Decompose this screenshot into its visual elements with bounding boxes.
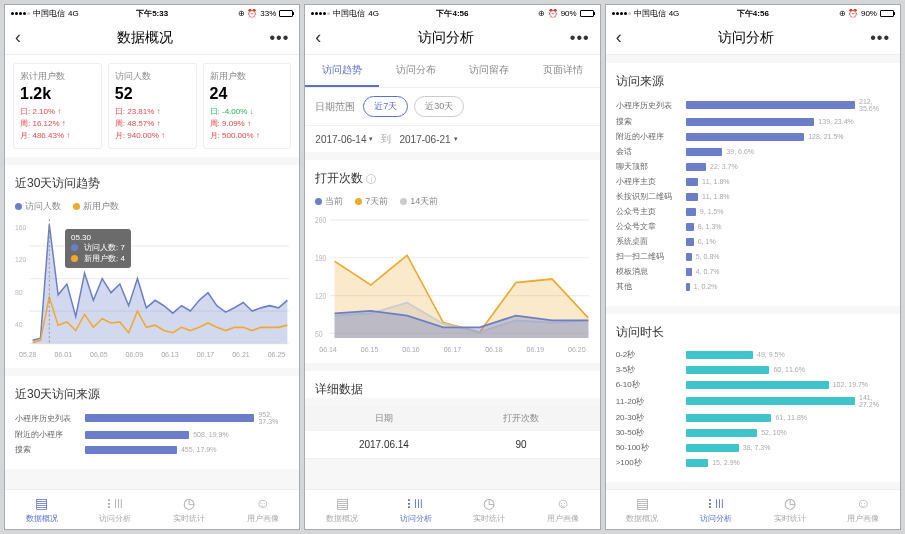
- stat-card[interactable]: 累计用户数1.2k日: 2.10% ↑周: 16.12% ↑月: 486.43%…: [13, 63, 102, 149]
- subtab-访问留存[interactable]: 访问留存: [452, 55, 526, 87]
- page-title: 访问分析: [622, 29, 871, 47]
- date-to: 2017-06-21 ▾: [399, 134, 457, 145]
- tab-icon: ◷: [183, 495, 195, 511]
- trend-chart[interactable]: 1601208040 05.30 访问人数: 7 新用户数: 4: [15, 219, 289, 349]
- tab-数据概况[interactable]: ▤数据概况: [5, 490, 79, 529]
- tab-用户画像[interactable]: ☺用户画像: [526, 490, 600, 529]
- subtab-页面详情[interactable]: 页面详情: [526, 55, 600, 87]
- more-icon[interactable]: •••: [870, 29, 890, 47]
- bar-row: 其他1, 0.2%: [616, 281, 890, 292]
- table-row[interactable]: 2017.06.1490: [305, 431, 599, 459]
- status-bar: 中国电信4G 下午5:33 ⊕ ⏰33%: [5, 5, 299, 21]
- svg-text:80: 80: [15, 287, 23, 296]
- bar-row: 20-30秒61, 11.8%: [616, 412, 890, 423]
- svg-text:50: 50: [315, 329, 323, 339]
- chart-tooltip: 05.30 访问人数: 7 新用户数: 4: [65, 229, 131, 268]
- tab-icon: ☺: [856, 495, 870, 511]
- date-range-row: 日期范围 近7天近30天: [305, 88, 599, 126]
- info-icon[interactable]: i: [366, 174, 376, 184]
- bar-row: 50-100秒38, 7.3%: [616, 442, 890, 453]
- tab-icon: ☺: [255, 495, 269, 511]
- tab-访问分析[interactable]: ⫶⫴访问分析: [79, 490, 153, 529]
- bar-row: 公众号主页9, 1.5%: [616, 206, 890, 217]
- more-icon[interactable]: •••: [570, 29, 590, 47]
- tab-用户画像[interactable]: ☺用户画像: [826, 490, 900, 529]
- tab-实时统计[interactable]: ◷实时统计: [753, 490, 827, 529]
- tab-实时统计[interactable]: ◷实时统计: [452, 490, 526, 529]
- bar-row: 30-50秒52, 10%: [616, 427, 890, 438]
- stat-cards: 累计用户数1.2k日: 2.10% ↑周: 16.12% ↑月: 486.43%…: [5, 55, 299, 157]
- tab-icon: ◷: [784, 495, 796, 511]
- bar-row: 模板消息4, 0.7%: [616, 266, 890, 277]
- nav-bar: ‹ 数据概况 •••: [5, 21, 299, 55]
- page-title: 访问分析: [321, 29, 570, 47]
- bar-row: 小程序主页11, 1.8%: [616, 176, 890, 187]
- bar-row: 搜索455, 17.9%: [15, 444, 289, 455]
- bar-row: 小程序历史列表212, 35.6%: [616, 98, 890, 112]
- screen-analysis-source: 中国电信4G 下午4:56 ⊕ ⏰90% ‹ 访问分析 ••• 访问来源 小程序…: [605, 4, 901, 530]
- tab-数据概况[interactable]: ▤数据概况: [305, 490, 379, 529]
- range-pill[interactable]: 近30天: [414, 96, 464, 117]
- tab-数据概况[interactable]: ▤数据概况: [606, 490, 680, 529]
- tab-icon: ⫶⫴: [405, 495, 426, 511]
- tab-用户画像[interactable]: ☺用户画像: [226, 490, 300, 529]
- open-count-section: 打开次数i 当前7天前14天前 26019012050 06.1406.1506…: [305, 160, 599, 363]
- tab-icon: ⫶⫴: [105, 495, 126, 511]
- tab-访问分析[interactable]: ⫶⫴访问分析: [679, 490, 753, 529]
- bar-row: 0-2秒49, 9.5%: [616, 349, 890, 360]
- bar-row: 系统桌面6, 1%: [616, 236, 890, 247]
- trend-section: 近30天访问趋势 访问人数新用户数 1601208040 05.30 访问人数:…: [5, 165, 299, 368]
- bar-row: >100秒15, 2.9%: [616, 457, 890, 468]
- tab-icon: ▤: [35, 495, 48, 511]
- sub-tabs: 访问趋势访问分布访问留存页面详情: [305, 55, 599, 88]
- bar-row: 3-5秒60, 11.6%: [616, 364, 890, 375]
- more-icon[interactable]: •••: [270, 29, 290, 47]
- table-header: 日期打开次数: [305, 406, 599, 431]
- bar-row: 6-10秒102, 19.7%: [616, 379, 890, 390]
- tab-icon: ▤: [336, 495, 349, 511]
- tab-bar: ▤数据概况⫶⫴访问分析◷实时统计☺用户画像: [606, 489, 900, 529]
- tab-bar: ▤数据概况⫶⫴访问分析◷实时统计☺用户画像: [5, 489, 299, 529]
- svg-text:190: 190: [315, 254, 326, 264]
- date-from: 2017-06-14 ▾: [315, 134, 373, 145]
- bar-row: 附近的小程序508, 19.9%: [15, 429, 289, 440]
- svg-text:260: 260: [315, 216, 326, 226]
- stat-card[interactable]: 访问人数52日: 23.81% ↑周: 48.57% ↑月: 940.00% ↑: [108, 63, 197, 149]
- bar-row: 长按识别二维码11, 1.8%: [616, 191, 890, 202]
- svg-text:120: 120: [15, 255, 26, 264]
- source-section: 近30天访问来源 小程序历史列表952, 37.3%附近的小程序508, 19.…: [5, 376, 299, 469]
- status-bar: 中国电信4G 下午4:56 ⊕ ⏰90%: [606, 5, 900, 21]
- legend-item: 访问人数: [15, 200, 61, 213]
- subtab-访问分布[interactable]: 访问分布: [379, 55, 453, 87]
- bar-row: 小程序历史列表952, 37.3%: [15, 411, 289, 425]
- bar-row: 扫一扫二维码5, 0.8%: [616, 251, 890, 262]
- svg-text:160: 160: [15, 222, 26, 231]
- range-pill[interactable]: 近7天: [363, 96, 408, 117]
- svg-text:120: 120: [315, 291, 326, 301]
- tab-实时统计[interactable]: ◷实时统计: [152, 490, 226, 529]
- bar-row: 会话39, 6.6%: [616, 146, 890, 157]
- bar-row: 搜索139, 23.4%: [616, 116, 890, 127]
- subtab-访问趋势[interactable]: 访问趋势: [305, 55, 379, 87]
- page-title: 数据概况: [21, 29, 270, 47]
- tab-icon: ☺: [556, 495, 570, 511]
- bar-row: 附近的小程序128, 21.5%: [616, 131, 890, 142]
- tab-访问分析[interactable]: ⫶⫴访问分析: [379, 490, 453, 529]
- open-chart[interactable]: 26019012050: [315, 214, 589, 344]
- bar-row: 11-20秒141, 27.2%: [616, 394, 890, 408]
- svg-text:40: 40: [15, 320, 23, 329]
- tab-icon: ▤: [636, 495, 649, 511]
- tab-bar: ▤数据概况⫶⫴访问分析◷实时统计☺用户画像: [305, 489, 599, 529]
- legend-item: 14天前: [400, 195, 438, 208]
- legend-item: 7天前: [355, 195, 388, 208]
- detail-section: 详细数据: [305, 371, 599, 398]
- tab-icon: ⫶⫴: [706, 495, 727, 511]
- legend-item: 新用户数: [73, 200, 119, 213]
- duration-section: 访问时长 0-2秒49, 9.5%3-5秒60, 11.6%6-10秒102, …: [606, 314, 900, 482]
- stat-card[interactable]: 新用户数24日: -4.00% ↓周: 9.09% ↑月: 500.00% ↑: [203, 63, 292, 149]
- legend-item: 当前: [315, 195, 343, 208]
- date-picker[interactable]: 2017-06-14 ▾ 到 2017-06-21 ▾: [305, 126, 599, 152]
- status-bar: 中国电信4G 下午4:56 ⊕ ⏰90%: [305, 5, 599, 21]
- screen-analysis-trend: 中国电信4G 下午4:56 ⊕ ⏰90% ‹ 访问分析 ••• 访问趋势访问分布…: [304, 4, 600, 530]
- source-section: 访问来源 小程序历史列表212, 35.6%搜索139, 23.4%附近的小程序…: [606, 63, 900, 306]
